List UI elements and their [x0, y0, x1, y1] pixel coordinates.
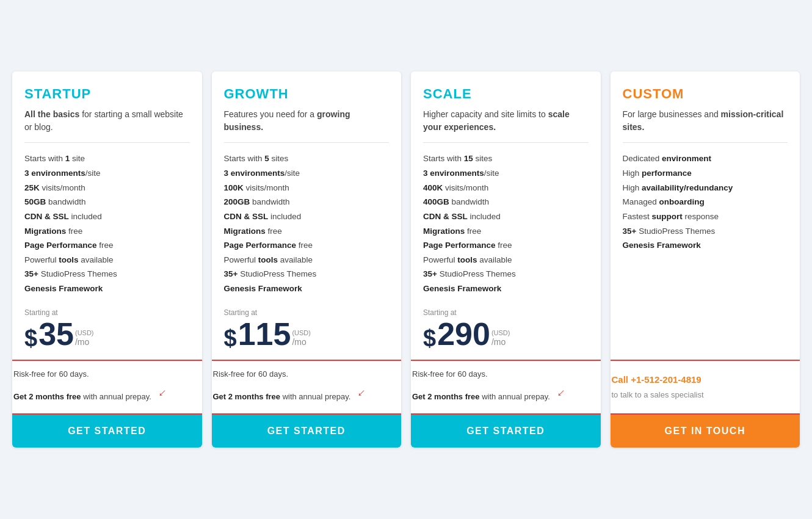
price-amount-growth: 115	[238, 318, 291, 350]
price-symbol-scale: $	[423, 327, 436, 350]
plan-card-scale: SCALEHigher capacity and site limits to …	[411, 71, 601, 447]
price-mo-scale: /mo	[491, 337, 510, 347]
price-row-scale: $290(USD)/mo	[423, 318, 589, 350]
feature-item: Migrations free	[24, 224, 190, 239]
feature-item: 100K visits/month	[224, 181, 390, 195]
feature-item: 35+ StudioPress Themes	[24, 267, 190, 281]
starting-at-growth: Starting at	[224, 308, 390, 317]
price-usd-startup: (USD)	[75, 329, 94, 337]
feature-item: Starts with 1 site	[24, 151, 190, 166]
feature-item: Page Performance free	[423, 238, 589, 253]
promo-box-scale: Risk-free for 60 days.Get 2 months free …	[411, 360, 601, 415]
plan-body-scale: SCALEHigher capacity and site limits to …	[411, 71, 601, 359]
feature-item: Managed onboarding	[623, 195, 788, 209]
feature-item: High performance	[623, 166, 788, 181]
feature-item: Migrations free	[224, 224, 390, 239]
divider-custom	[623, 142, 788, 143]
promo-arrow-wrap-startup: Get 2 months free with annual prepay.↑	[13, 384, 201, 403]
price-symbol-growth: $	[224, 327, 237, 350]
price-amount-scale: 290	[437, 318, 490, 350]
price-mo-growth: /mo	[292, 337, 311, 347]
price-row-growth: $115(USD)/mo	[224, 318, 390, 350]
price-symbol-startup: $	[24, 327, 37, 350]
price-amount-startup: 35	[38, 318, 74, 350]
plan-name-startup: STARTUP	[24, 86, 190, 102]
features-list-startup: Starts with 1 site3 environments/site25K…	[24, 151, 190, 296]
plan-tagline-startup: All the basics for starting a small webs…	[24, 108, 190, 134]
price-usd-scale: (USD)	[491, 329, 510, 337]
plan-body-startup: STARTUPAll the basics for starting a sma…	[12, 71, 202, 359]
feature-item: Genesis Framework	[623, 238, 788, 253]
divider-growth	[224, 142, 390, 143]
custom-promo-box: Call +1-512-201-4819to talk to a sales s…	[611, 360, 800, 415]
plan-tagline-custom: For large businesses and mission-critica…	[623, 108, 788, 134]
promo-box-growth: Risk-free for 60 days.Get 2 months free …	[212, 360, 402, 415]
plan-body-custom: CUSTOMFor large businesses and mission-c…	[611, 71, 800, 359]
features-list-growth: Starts with 5 sites3 environments/site10…	[224, 151, 390, 296]
price-row-startup: $35(USD)/mo	[24, 318, 190, 350]
feature-item: Genesis Framework	[24, 281, 190, 296]
custom-phone-sub: to talk to a sales specialist	[612, 389, 799, 401]
features-list-custom: Dedicated environmentHigh performanceHig…	[623, 151, 788, 252]
price-right-growth: (USD)/mo	[292, 329, 311, 350]
starting-at-startup: Starting at	[24, 308, 190, 317]
divider-scale	[423, 142, 589, 143]
price-right-startup: (USD)/mo	[75, 329, 94, 350]
arrow-icon-growth: ↑	[352, 385, 370, 402]
cta-button-startup[interactable]: GET STARTED	[12, 415, 202, 448]
cta-button-growth[interactable]: GET STARTED	[212, 415, 402, 448]
feature-item: 400K visits/month	[423, 181, 589, 195]
feature-item: 50GB bandwidth	[24, 195, 190, 209]
feature-item: Genesis Framework	[224, 281, 390, 296]
feature-item: High availability/redundancy	[623, 181, 788, 195]
custom-phone: Call +1-512-201-4819	[612, 372, 799, 387]
divider-startup	[24, 142, 190, 143]
arrow-icon-scale: ↑	[551, 385, 569, 402]
feature-item: 200GB bandwidth	[224, 195, 390, 209]
feature-item: Starts with 5 sites	[224, 151, 390, 166]
feature-item: 35+ StudioPress Themes	[224, 267, 390, 281]
cta-button-custom[interactable]: GET IN TOUCH	[611, 415, 800, 448]
feature-item: Genesis Framework	[423, 281, 589, 296]
promo-months-free-growth: Get 2 months free with annual prepay.	[213, 391, 351, 403]
price-usd-growth: (USD)	[292, 329, 311, 337]
feature-item: 25K visits/month	[24, 181, 190, 195]
feature-item: 35+ StudioPress Themes	[623, 224, 788, 239]
plan-tagline-growth: Features you need for a growing business…	[224, 108, 390, 134]
feature-item: 3 environments/site	[24, 166, 190, 181]
feature-item: Page Performance free	[24, 238, 190, 253]
feature-item: Fastest support response	[623, 209, 788, 224]
plan-card-growth: GROWTHFeatures you need for a growing bu…	[212, 71, 402, 447]
feature-item: Powerful tools available	[224, 253, 390, 267]
plan-card-startup: STARTUPAll the basics for starting a sma…	[12, 71, 202, 447]
cta-button-scale[interactable]: GET STARTED	[411, 415, 601, 448]
feature-item: Migrations free	[423, 224, 589, 239]
arrow-icon-startup: ↑	[153, 385, 170, 402]
feature-item: Page Performance free	[224, 238, 390, 253]
price-mo-startup: /mo	[75, 337, 94, 347]
feature-item: Dedicated environment	[623, 151, 788, 166]
promo-arrow-wrap-growth: Get 2 months free with annual prepay.↑	[213, 384, 401, 403]
price-right-scale: (USD)/mo	[491, 329, 510, 350]
feature-item: CDN & SSL included	[423, 209, 589, 224]
feature-item: CDN & SSL included	[24, 209, 190, 224]
feature-item: Powerful tools available	[24, 253, 190, 267]
feature-item: 35+ StudioPress Themes	[423, 267, 589, 281]
pricing-grid: STARTUPAll the basics for starting a sma…	[12, 71, 800, 447]
plan-tagline-scale: Higher capacity and site limits to scale…	[423, 108, 589, 134]
promo-arrow-wrap-scale: Get 2 months free with annual prepay.↑	[412, 384, 600, 403]
feature-item: Starts with 15 sites	[423, 151, 589, 166]
feature-item: 400GB bandwidth	[423, 195, 589, 209]
plan-name-growth: GROWTH	[224, 86, 390, 102]
risk-free-growth: Risk-free for 60 days.	[213, 368, 401, 380]
plan-card-custom: CUSTOMFor large businesses and mission-c…	[611, 71, 800, 447]
promo-months-free-scale: Get 2 months free with annual prepay.	[412, 391, 550, 403]
feature-item: 3 environments/site	[224, 166, 390, 181]
risk-free-startup: Risk-free for 60 days.	[13, 368, 201, 380]
feature-item: CDN & SSL included	[224, 209, 390, 224]
plan-body-growth: GROWTHFeatures you need for a growing bu…	[212, 71, 402, 359]
plan-name-scale: SCALE	[423, 86, 589, 102]
feature-item: Powerful tools available	[423, 253, 589, 267]
starting-at-scale: Starting at	[423, 308, 589, 317]
feature-item: 3 environments/site	[423, 166, 589, 181]
